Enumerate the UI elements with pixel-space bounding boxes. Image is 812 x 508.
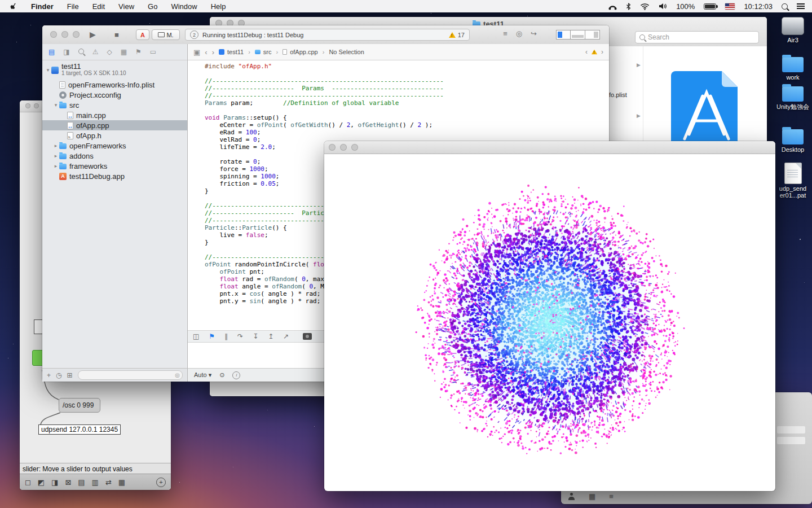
navigator-row-openframeworks[interactable]: openFrameworks bbox=[42, 141, 187, 151]
filter-field[interactable]: ◎ bbox=[78, 370, 183, 380]
close-button[interactable] bbox=[25, 103, 30, 108]
navigator-row-addons[interactable]: addons bbox=[42, 151, 187, 161]
menu-bar-clock[interactable]: 10:12:03 bbox=[744, 2, 773, 11]
grid-icon[interactable]: ▦ bbox=[589, 492, 595, 501]
navigator-row-xcconfig[interactable]: Project.xcconfig bbox=[42, 90, 187, 100]
test-navigator-icon[interactable]: ◇ bbox=[107, 48, 112, 56]
version-editor-icon[interactable]: ↪ bbox=[531, 29, 537, 38]
navigator-row-ofapp-cpp-selected[interactable]: ofApp.cpp bbox=[42, 120, 187, 130]
warning-summary[interactable]: 17 bbox=[449, 32, 465, 38]
zoom-button[interactable] bbox=[73, 31, 80, 38]
navigator-project-row[interactable]: test11 1 target, OS X SDK 10.10 bbox=[42, 62, 187, 78]
back-button[interactable]: ‹ bbox=[205, 48, 207, 56]
panel-icon[interactable]: ▤ bbox=[78, 478, 85, 487]
delete-icon[interactable]: ⊠ bbox=[65, 478, 71, 487]
hide-debug-area-icon[interactable]: ◫ bbox=[193, 332, 199, 340]
disclosure-triangle-icon[interactable] bbox=[52, 163, 59, 169]
grid-icon[interactable]: ▦ bbox=[118, 478, 125, 487]
menu-edit[interactable]: Edit bbox=[92, 2, 105, 11]
assistant-editor-icon[interactable]: ◎ bbox=[516, 29, 522, 38]
forward-button[interactable]: › bbox=[212, 48, 214, 56]
menu-icon[interactable]: ≡ bbox=[609, 492, 614, 501]
xcode-toolbar[interactable]: ▶ ■ A M. 2 Running test11Debug : test11 … bbox=[42, 25, 609, 45]
location-icon[interactable]: ↗ bbox=[283, 332, 289, 340]
navigator-row-frameworks[interactable]: frameworks bbox=[42, 161, 187, 171]
breadcrumb-file[interactable]: ofApp.cpp bbox=[283, 49, 318, 55]
issue-navigator-icon[interactable]: ⚠ bbox=[92, 48, 99, 56]
add-icon[interactable]: + bbox=[47, 371, 51, 379]
notification-center-icon[interactable] bbox=[797, 3, 805, 9]
active-app-menu[interactable]: Finder bbox=[31, 2, 54, 11]
zoom-button[interactable] bbox=[351, 144, 358, 151]
recent-files-icon[interactable]: ◷ bbox=[56, 371, 61, 379]
menu-help[interactable]: Help bbox=[211, 2, 226, 11]
filter-clear-icon[interactable]: ◎ bbox=[175, 372, 180, 378]
menu-file[interactable]: File bbox=[67, 2, 79, 11]
disclosure-triangle-icon[interactable] bbox=[52, 153, 59, 159]
search-input[interactable]: Search bbox=[635, 31, 759, 43]
utilities-toggle-button[interactable] bbox=[585, 30, 600, 40]
close-button[interactable] bbox=[50, 31, 57, 38]
desktop-icon-unity[interactable]: Unity勉強会 bbox=[775, 84, 811, 110]
input-source-flag-icon[interactable] bbox=[725, 3, 735, 10]
scheme-app-chip[interactable]: A bbox=[136, 29, 149, 40]
comment-icon[interactable]: ▥ bbox=[92, 478, 99, 487]
navigator-row-main-cpp[interactable]: main.cpp bbox=[42, 110, 187, 120]
variables-scope-select[interactable]: Auto ▾ bbox=[194, 371, 211, 379]
navigator-row-ofapp-h[interactable]: ofApp.h bbox=[42, 130, 187, 141]
close-button[interactable] bbox=[329, 144, 336, 151]
menu-window[interactable]: Window bbox=[171, 2, 197, 11]
breadcrumb-selection[interactable]: No Selection bbox=[329, 49, 364, 55]
phone-status-icon[interactable] bbox=[608, 3, 617, 10]
menu-go[interactable]: Go bbox=[148, 2, 157, 11]
minimize-button[interactable] bbox=[340, 144, 347, 151]
osc-message-box[interactable]: /osc 0 999 bbox=[59, 398, 100, 413]
desktop-icon-air3[interactable]: Air3 bbox=[775, 17, 811, 43]
pause-icon[interactable]: ∥ bbox=[224, 332, 228, 340]
report-navigator-icon[interactable]: ▭ bbox=[150, 48, 156, 56]
new-object-icon[interactable]: ◩ bbox=[38, 478, 45, 487]
volume-icon[interactable] bbox=[659, 3, 667, 10]
standard-editor-icon[interactable]: ≡ bbox=[503, 29, 508, 38]
symbol-navigator-icon[interactable]: ◨ bbox=[63, 48, 69, 56]
run-button[interactable]: ▶ bbox=[90, 30, 96, 40]
menu-view[interactable]: View bbox=[118, 2, 134, 11]
disclosure-triangle-icon[interactable] bbox=[52, 143, 59, 148]
step-into-icon[interactable]: ↧ bbox=[253, 332, 258, 340]
next-issue-button[interactable]: › bbox=[601, 48, 603, 56]
breakpoints-toggle-icon[interactable]: ⚑ bbox=[209, 332, 215, 340]
previous-issue-button[interactable]: ‹ bbox=[585, 48, 588, 56]
add-button[interactable]: + bbox=[156, 478, 166, 487]
debug-area-toggle-button[interactable] bbox=[571, 30, 585, 40]
swap-icon[interactable]: ⇄ bbox=[105, 478, 112, 487]
step-over-icon[interactable]: ↷ bbox=[237, 332, 243, 340]
bluetooth-icon[interactable] bbox=[626, 3, 631, 10]
view-debugger-icon[interactable] bbox=[303, 333, 312, 340]
stop-button[interactable]: ■ bbox=[114, 30, 119, 40]
battery-icon[interactable] bbox=[704, 3, 716, 10]
breadcrumb-group[interactable]: src bbox=[255, 49, 272, 55]
scm-status-icon[interactable]: ⊞ bbox=[67, 371, 73, 379]
navigator-row-app[interactable]: test11Debug.app bbox=[42, 171, 187, 181]
disclosure-triangle-icon[interactable] bbox=[52, 102, 59, 108]
project-navigator-icon[interactable]: ▤ bbox=[48, 48, 55, 56]
search-navigator-icon[interactable] bbox=[78, 48, 84, 56]
breadcrumb-project[interactable]: test11 bbox=[219, 49, 244, 55]
apple-menu-icon[interactable] bbox=[10, 2, 17, 11]
info-icon[interactable]: i bbox=[232, 371, 240, 379]
minimize-button[interactable] bbox=[61, 31, 68, 38]
debug-navigator-icon[interactable]: ▦ bbox=[121, 48, 127, 56]
desktop-icon-work[interactable]: work bbox=[775, 54, 811, 81]
disclosure-triangle-icon[interactable] bbox=[45, 67, 51, 73]
of-titlebar[interactable] bbox=[324, 141, 775, 154]
show-values-icon[interactable]: ⊙ bbox=[219, 371, 224, 379]
slider-icon[interactable]: ◨ bbox=[51, 478, 58, 487]
udpsend-object-box[interactable]: udpsend 127.0.0.1 12345 bbox=[38, 424, 121, 435]
navigator-toggle-button[interactable] bbox=[556, 30, 571, 40]
navigator-row-plist[interactable]: openFrameworks-Info.plist bbox=[42, 80, 187, 90]
scheme-destination-chip[interactable]: M. bbox=[152, 29, 180, 40]
minimize-button[interactable] bbox=[34, 103, 39, 108]
related-items-icon[interactable]: ▣ bbox=[193, 48, 200, 56]
navigator-row-src[interactable]: src bbox=[42, 100, 187, 110]
spotlight-icon[interactable] bbox=[782, 3, 788, 10]
